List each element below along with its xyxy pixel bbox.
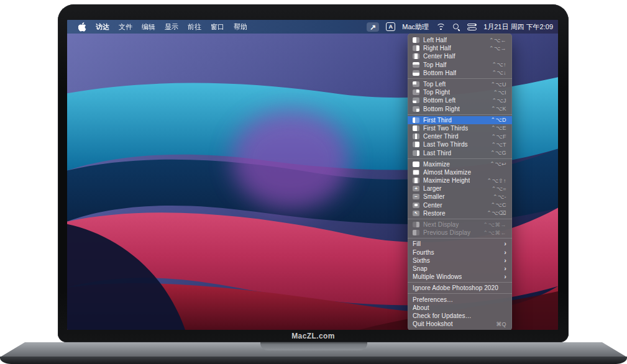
menu-item-maximize-height[interactable]: Maximize Height⌃⌥⇧↑ [408,176,512,184]
menu-item-label: Almost Maximize [423,169,471,176]
menu-item-fill[interactable]: Fill› [408,240,512,248]
top-left-icon [413,81,419,87]
menu-item-next-display: Next Display⌃⌥⌘→ [408,221,512,229]
menu-separator [408,282,512,283]
menu-item-preferences[interactable]: Preferences… [408,295,512,303]
menu-item-label: Last Third [423,150,451,157]
menu-item-last-third[interactable]: Last Third⌃⌥G [408,148,512,157]
menu-item-maximize[interactable]: Maximize⌃⌥↩ [408,160,512,168]
submenu-chevron-icon: › [504,265,506,272]
menubar-item-file[interactable]: 文件 [119,22,132,32]
last-third-icon [413,150,419,156]
wifi-icon[interactable] [436,23,446,30]
menu-item-shortcut: ⌃⌥K [491,106,506,112]
menu-item-larger[interactable]: Larger⌃⌥= [408,184,512,193]
menu-bar-clock[interactable]: 1月21日 周四 下午2:09 [483,22,553,32]
menu-item-right-half[interactable]: Right Half⌃⌥→ [408,44,512,52]
bottom-left-icon [413,98,419,103]
menu-item-check-for-updates[interactable]: Check for Updates… [408,312,512,320]
maximize-icon [413,162,419,167]
menubar-item-help[interactable]: 帮助 [234,22,247,32]
menu-item-ignore-adobe-photoshop-2020[interactable]: Ignore Adobe Photoshop 2020 [408,284,512,292]
menu-item-fourths[interactable]: Fourths› [408,248,512,257]
menu-bar: 访达文件编辑显示前往窗口帮助 ↗ A Mac助理 1月21日 周四 下午2:09 [67,20,558,34]
previous-display-icon [413,230,419,235]
menu-separator [408,158,512,159]
menu-item-about[interactable]: About [408,304,512,312]
spotlight-search-icon[interactable] [452,23,460,31]
menu-item-label: Bottom Half [423,70,456,76]
bottom-right-icon [413,106,419,112]
next-display-icon [413,222,419,227]
menu-item-shortcut: ⌃⌥↑ [492,61,506,68]
menu-item-quit-hookshot[interactable]: Quit Hookshot⌘Q [408,320,512,328]
menu-item-label: Last Two Thirds [423,141,468,148]
center-third-icon [413,134,419,139]
arrow-up-right-icon: ↗ [370,23,376,30]
menu-item-label: Ignore Adobe Photoshop 2020 [413,284,498,291]
menu-item-center[interactable]: Center⌃⌥C [408,201,512,209]
menu-item-shortcut: ⌃⌥C [490,202,506,208]
apple-menu[interactable] [78,22,86,32]
top-right-icon [413,89,419,95]
menu-item-shortcut: ⌃⌥I [493,89,506,96]
bezel-brand-text: MacZL.com [58,332,569,340]
menu-item-label: Top Right [423,89,450,96]
restore-icon [413,211,419,216]
last-two-thirds-icon [413,142,419,147]
menu-item-first-third[interactable]: First Third⌃⌥D [408,116,512,124]
menu-item-shortcut: ⌃⌥← [489,37,506,43]
input-source-menu[interactable]: A [386,22,395,31]
laptop-base-bottom [0,357,627,364]
menubar-item-view[interactable]: 显示 [165,22,178,32]
submenu-chevron-icon: › [504,257,506,264]
menu-item-bottom-right[interactable]: Bottom Right⌃⌥K [408,105,512,113]
menubar-item-window[interactable]: 窗口 [211,22,224,32]
menubar-item-go[interactable]: 前往 [188,22,201,32]
menu-separator [408,78,512,79]
menubar-item-edit[interactable]: 编辑 [142,22,155,32]
menu-item-label: Center Half [423,53,455,60]
menu-item-first-two-thirds[interactable]: First Two Thirds⌃⌥E [408,124,512,132]
menu-item-sixths[interactable]: Sixths› [408,257,512,265]
top-half-icon [413,62,419,68]
menu-item-label: Center Third [423,133,459,140]
menu-item-label: Left Half [423,37,447,43]
menu-item-shortcut: ⌘Q [496,321,506,327]
menu-item-bottom-left[interactable]: Bottom Left⌃⌥J [408,96,512,104]
menu-item-almost-maximize[interactable]: Almost Maximize [408,168,512,176]
menu-item-label: Multiple Windows [413,273,462,280]
menu-item-shortcut: ⌃⌥D [490,117,506,123]
menu-item-label: Sixths [413,257,430,264]
menu-item-snap[interactable]: Snap› [408,265,512,273]
center-icon [413,202,419,208]
menu-item-restore[interactable]: Restore⌃⌥⌫ [408,209,512,217]
menu-item-bottom-half[interactable]: Bottom Half⌃⌥↓ [408,69,512,77]
menu-item-last-two-thirds[interactable]: Last Two Thirds⌃⌥T [408,140,512,148]
menu-item-top-half[interactable]: Top Half⌃⌥↑ [408,61,512,69]
control-center-icon[interactable] [467,24,477,30]
menu-item-multiple-windows[interactable]: Multiple Windows› [408,273,512,281]
menu-item-label: Restore [423,210,446,217]
menu-item-label: About [413,304,429,311]
menu-bar-left: 访达文件编辑显示前往窗口帮助 [78,22,247,32]
menu-item-top-left[interactable]: Top Left⌃⌥U [408,80,512,88]
menubar-item-finder[interactable]: 访达 [96,22,109,32]
mac-assistant-menu[interactable]: Mac助理 [402,22,429,32]
menu-item-center-third[interactable]: Center Third⌃⌥F [408,132,512,140]
maximize-height-icon [413,178,419,183]
menu-item-center-half[interactable]: Center Half [408,52,512,60]
menu-item-top-right[interactable]: Top Right⌃⌥I [408,88,512,96]
hookshot-menu-extra[interactable]: ↗ [367,22,379,32]
first-third-icon [413,117,419,123]
center-half-icon [413,53,419,59]
menu-separator [408,114,512,115]
menu-item-shortcut: ⌃⌥= [492,186,506,192]
menu-item-smaller[interactable]: Smaller⌃⌥- [408,193,512,201]
menu-item-left-half[interactable]: Left Half⌃⌥← [408,36,512,44]
menu-item-label: Bottom Left [423,97,455,104]
menu-item-shortcut: ⌃⌥G [490,150,506,156]
menu-item-shortcut: ⌃⌥T [491,142,506,148]
lid-notch [260,342,367,350]
left-half-icon [413,37,419,43]
